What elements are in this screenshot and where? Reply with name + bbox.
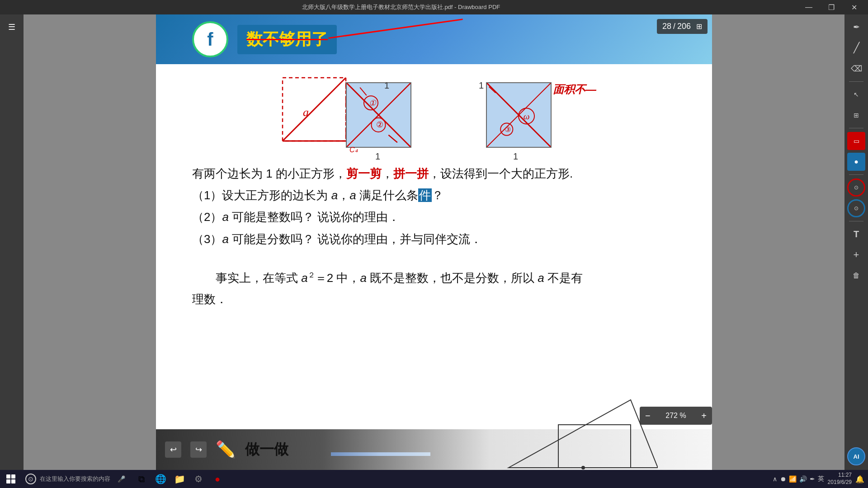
pdf-area: f 数不够用了 28 / 206 ⊞ <box>24 14 844 470</box>
pencil-icon: ✏️ <box>216 440 236 459</box>
zoom-tool-button[interactable]: ⊞ <box>847 106 865 124</box>
fact-text-last: 不是有 <box>544 271 583 285</box>
grid-icon[interactable]: ⊞ <box>696 22 702 31</box>
svg-line-1 <box>283 78 346 141</box>
select-tool-button[interactable]: ↖ <box>847 85 865 103</box>
notification-icon[interactable]: 🔔 <box>855 475 864 483</box>
tray-expand-icon[interactable]: ∧ <box>773 475 777 483</box>
highlighter-tool-button[interactable]: ╱ <box>847 39 865 57</box>
circle-red-tool-button[interactable]: ⊙ <box>847 178 865 197</box>
blue-square-right: ω ③ <box>486 82 552 148</box>
do-section: ↩ ↪ ✏️ 做一做 <box>156 429 712 470</box>
menu-button[interactable]: ☰ <box>3 18 21 36</box>
tray-volume-icon[interactable]: 🔊 <box>799 475 807 483</box>
red-shape-tool-button[interactable]: ▭ <box>847 132 865 150</box>
var-a-fact-3: a <box>538 271 544 285</box>
red-annotation: 面积不— <box>553 82 596 97</box>
zoom-plus-button[interactable]: + <box>699 411 708 421</box>
page-number-badge: 28 / 206 ⊞ <box>657 19 708 34</box>
header-text-box: 数不够用了 <box>237 25 337 54</box>
label-cb-annotation: C₄ <box>349 145 358 154</box>
maximize-button[interactable]: ❐ <box>821 0 842 14</box>
right-diagram: ω ③ 1 1 面积不— <box>486 73 585 164</box>
taskbar: ⊙ 在这里输入你要搜索的内容 🎤 ⧉ 🌐 📁 ⚙ ● ∧ ⏺ 📶 🔊 ✒ 英 1… <box>0 470 868 488</box>
text-q1-mid: ， <box>338 188 349 202</box>
microphone-icon[interactable]: 🎤 <box>118 475 125 483</box>
svg-point-23 <box>581 466 585 469</box>
drawboard-button[interactable]: ● <box>208 470 226 488</box>
clock-time: 11:27 <box>828 472 852 479</box>
var-a-fact-2: a <box>360 271 366 285</box>
svg-line-13 <box>360 88 367 96</box>
text-pre-1: 有两个边长为 1 的小正方形， <box>192 167 346 180</box>
text-mid-1: ， <box>382 167 393 180</box>
undo-button[interactable]: ↩ <box>165 441 181 458</box>
right-sidebar: ✒ ╱ ⌫ ↖ ⊞ ▭ ● ⊙ ⊙ T + 🗑 AI <box>844 14 868 470</box>
fact-text-pre: 事实上，在等式 <box>192 271 301 285</box>
svg-text:a: a <box>303 106 309 119</box>
minimize-button[interactable]: — <box>798 0 819 14</box>
text-q1: （1）设大正方形的边长为 <box>192 188 331 202</box>
search-area[interactable]: ⊙ 在这里输入你要搜索的内容 🎤 <box>22 474 129 484</box>
pdf-content: f 数不够用了 28 / 206 ⊞ <box>156 14 712 470</box>
header-logo-text: f <box>207 29 213 50</box>
system-tray: ∧ ⏺ 📶 🔊 ✒ 英 <box>773 475 824 483</box>
blue-square-left: ① ② <box>346 82 411 148</box>
close-button[interactable]: ✕ <box>844 0 864 14</box>
add-button[interactable]: + <box>847 246 865 264</box>
do-title: 做一做 <box>245 441 288 457</box>
text-tool-button[interactable]: T <box>847 225 865 243</box>
clock-date: 2019/6/29 <box>828 479 852 486</box>
edge-browser-button[interactable]: 🌐 <box>151 470 170 488</box>
text-q2: （2） <box>192 210 222 224</box>
text-q1-cursor: 件 <box>418 188 432 202</box>
bottom-right-diagram <box>486 398 658 470</box>
page-current: 28 <box>662 22 671 31</box>
left-diagram: a 1 ① <box>274 73 418 155</box>
titlebar: 北师大版八年级数学上册电子教材北京师范大学出版社.pdf - Drawboard… <box>0 0 868 14</box>
var-a-1: a <box>331 188 338 202</box>
settings-button[interactable]: ⚙ <box>189 470 208 488</box>
main-area: ☰ f 数不够用了 28 / 206 <box>0 14 868 470</box>
delete-button[interactable]: 🗑 <box>847 267 865 285</box>
zoom-value: 272 % <box>665 412 686 420</box>
tray-lang-icon[interactable]: 英 <box>818 475 824 483</box>
separator-2 <box>849 128 863 128</box>
blue-square-left-drawing: ① ② <box>347 83 410 147</box>
redo-button[interactable]: ↪ <box>190 441 207 458</box>
header-red-line <box>328 19 462 39</box>
win-square-1 <box>6 474 10 479</box>
tray-record-icon[interactable]: ⏺ <box>780 475 786 483</box>
ai-button-container: AI <box>847 447 865 465</box>
tray-pen-icon[interactable]: ✒ <box>810 475 815 483</box>
ai-button[interactable]: AI <box>847 447 865 465</box>
eraser-tool-button[interactable]: ⌫ <box>847 60 865 78</box>
zoom-minus-button[interactable]: − <box>643 411 652 421</box>
circle-blue-tool-button[interactable]: ⊙ <box>847 199 865 217</box>
svg-text:③: ③ <box>505 126 511 133</box>
exponent-2: ２ <box>308 271 315 279</box>
text-line-2: （1）设大正方形的边长为 a，a 满足什么条件？ <box>192 185 676 205</box>
text-content: 有两个边长为 1 的小正方形，剪一剪，拼一拼，设法得到一个大的正方形. （1）设… <box>192 164 676 251</box>
diagrams-section: a 1 ① <box>192 69 676 168</box>
label-1-right-top: 1 <box>479 80 484 91</box>
file-explorer-button[interactable]: 📁 <box>170 470 189 488</box>
tray-network-icon[interactable]: 📶 <box>789 475 797 483</box>
svg-line-20 <box>489 87 496 93</box>
label-1-left-top: 1 <box>384 80 389 91</box>
blue-shape-tool-button[interactable]: ● <box>847 153 865 171</box>
start-button[interactable] <box>0 470 22 488</box>
pen-tool-button[interactable]: ✒ <box>847 18 865 36</box>
fact-text-mid: ＝2 中， <box>315 271 360 285</box>
taskbar-apps: ⧉ 🌐 📁 ⚙ ● <box>129 470 230 488</box>
task-view-button[interactable]: ⧉ <box>132 470 151 488</box>
page-separator: / <box>673 22 675 31</box>
blue-square-right-drawing: ω ③ <box>487 83 551 147</box>
search-icon: ⊙ <box>25 474 36 484</box>
search-placeholder: 在这里输入你要搜索的内容 <box>40 475 110 483</box>
svg-marker-21 <box>509 400 658 468</box>
titlebar-controls: — ❐ ✕ <box>798 0 864 14</box>
text-q3-end: 可能是分数吗？ 说说你的理由，并与同伴交流． <box>229 232 482 246</box>
separator-1 <box>849 81 863 82</box>
text-q1-end: 满足什么条 <box>356 188 418 202</box>
